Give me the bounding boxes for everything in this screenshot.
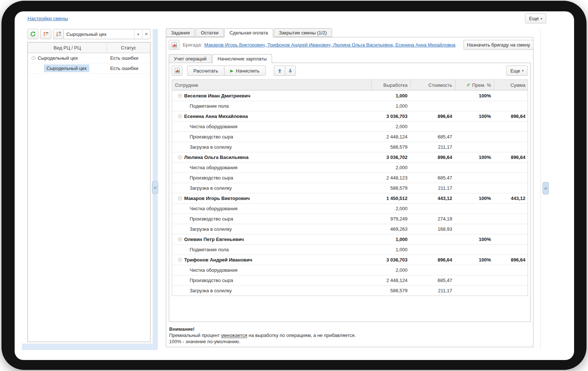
workcenter-combobox-value: Сыродельный цех	[64, 31, 134, 37]
cell-stoimost: 896,64	[410, 155, 455, 160]
cell-stoimost: 211,17	[410, 185, 455, 191]
shift-settings-link[interactable]: Настройки смены	[27, 16, 68, 21]
operation-row[interactable]: Загрузка в солилку586,579211,17	[172, 142, 528, 152]
warning-line1: Премиальный процент умножается на вырабо…	[169, 333, 356, 338]
operation-row[interactable]: Чистка оборудования2,000	[172, 121, 528, 131]
calculate-button[interactable]: Рассчитать	[187, 66, 224, 76]
col-sum: Сумма	[494, 80, 528, 90]
operation-row[interactable]: Подметание пола1,000	[172, 244, 528, 255]
chevron-left-icon: <	[544, 186, 547, 191]
expand-tree-button[interactable]	[53, 29, 64, 39]
tree-row[interactable]: −Сыродельный цехЕсть ошибки	[28, 53, 150, 63]
chevron-left-icon: <	[154, 185, 157, 190]
operation-row[interactable]: Производство сыра2 448,123685,47	[172, 172, 528, 183]
cell-stoimost: 211,17	[410, 144, 455, 150]
tab-active[interactable]: Сдельная оплата	[224, 28, 273, 37]
salary-table-header: Сотрудник Выработка Стоимость ✎Прем. % С…	[172, 80, 528, 90]
tree-row[interactable]: Сыродельный цехЕсть ошибки	[28, 63, 150, 74]
col-premium: ✎Прем. %	[455, 80, 494, 90]
cell-stoimost: 685,47	[410, 278, 455, 283]
workcenter-combobox[interactable]: Сыродельный цех ▾ ✕	[63, 29, 150, 39]
combobox-clear-button[interactable]: ✕	[142, 29, 150, 39]
chevron-down-icon: ▾	[137, 32, 139, 36]
brigade-report-button[interactable]	[169, 40, 179, 50]
app-window: Настройки смены Еще ▾	[15, 11, 574, 360]
chevron-down-icon: ▾	[522, 69, 524, 73]
combobox-dropdown-button[interactable]: ▾	[134, 29, 142, 39]
operation-row[interactable]: Загрузка в солилку586,579211,17	[172, 285, 528, 296]
employee-group-row[interactable]: −Веселков Иван Дмитриевич1,000100%	[172, 90, 528, 101]
employee-group-row[interactable]: −Трифонов Андрей Иванович3 036,703896,64…	[172, 255, 528, 265]
cell-stoimost: 443,12	[410, 196, 455, 201]
collapse-right-panel-button[interactable]: <	[543, 182, 549, 194]
cell-vyrabotka: 1,000	[371, 93, 410, 99]
tab-1[interactable]: Остатки	[196, 28, 223, 37]
arrow-up-icon	[278, 68, 282, 73]
refresh-icon	[30, 31, 36, 37]
operation-row[interactable]: Загрузка в солилку469,263168,93	[172, 224, 528, 234]
cell-prem: 100%	[455, 114, 494, 119]
collapse-node-icon[interactable]: −	[31, 56, 36, 60]
cell-prem: 100%	[455, 155, 494, 160]
window-more-button[interactable]: Еще ▾	[525, 14, 546, 23]
refresh-button[interactable]	[27, 29, 38, 39]
employee-group-row[interactable]: −Люлина Ольга Васильевна3 036,702896,641…	[172, 152, 528, 162]
right-splitter[interactable]	[540, 29, 541, 350]
operation-row[interactable]: Загрузка в солилку586,579211,17	[172, 183, 528, 193]
tree-row-status: Есть ошибки	[107, 66, 150, 71]
tree-row-name[interactable]: Сыродельный цех	[44, 64, 89, 72]
collapse-left-panel-button[interactable]: <	[152, 181, 158, 194]
operation-row[interactable]: Производство сыра979,249274,19	[172, 214, 528, 224]
employee-group-row[interactable]: −Есенина Анна Михайловна3 036,703896,641…	[172, 111, 528, 121]
collapse-group-icon[interactable]: −	[178, 237, 182, 241]
collapse-group-icon[interactable]: −	[178, 94, 182, 98]
cell-name: −Есенина Анна Михайловна	[172, 114, 371, 119]
operation-row[interactable]: Производство сыра2 448,124685,47	[172, 275, 528, 285]
tab-0[interactable]: Учет операций	[169, 54, 212, 63]
cell-stoimost: 896,64	[410, 257, 455, 263]
salary-toolbar: Рассчитать ▶Начислить Еще ▾	[172, 66, 528, 76]
collapse-group-icon[interactable]: −	[178, 196, 182, 200]
tab-active[interactable]: Начисление зарплаты	[212, 54, 272, 63]
cell-vyrabotka: 3 036,703	[371, 257, 410, 263]
collapse-group-icon[interactable]: −	[178, 155, 182, 159]
tab-3[interactable]: Закрытие смены (1/2)	[274, 28, 332, 37]
cell-vyrabotka: 2 448,124	[371, 134, 410, 140]
brigade-members-link[interactable]: Макаров Игорь Викторович, Трифонов Андре…	[204, 42, 455, 48]
tree-col-type: Вид РЦ / РЦ	[28, 42, 107, 53]
collapse-tree-button[interactable]	[40, 29, 51, 39]
cell-summa: 443,12	[494, 196, 528, 201]
move-down-button[interactable]	[285, 66, 296, 76]
employee-group-row[interactable]: −Олевин Петр Евгеньевич1,000100%	[172, 234, 528, 244]
tree-row-name[interactable]: Сыродельный цех	[38, 55, 78, 61]
employee-group-row[interactable]: −Макаров Игорь Викторович1 450,512443,12…	[172, 193, 528, 203]
tree-col-status: Статус	[107, 42, 150, 53]
cell-vyrabotka: 2 448,123	[371, 175, 410, 181]
play-icon: ▶	[230, 68, 233, 73]
salary-table-body: −Веселков Иван Дмитриевич1,000100%Подмет…	[172, 90, 528, 296]
operation-row[interactable]: Чистка оборудования2,000	[172, 265, 528, 275]
collapse-group-icon[interactable]: −	[178, 114, 182, 118]
cell-vyrabotka: 3 036,703	[371, 114, 410, 119]
accrue-button[interactable]: ▶Начислить	[224, 66, 266, 76]
tab-0[interactable]: Задания	[166, 28, 195, 37]
assign-brigade-button[interactable]: Назначить бригаду на смену	[464, 40, 533, 50]
salary-report-button[interactable]	[172, 66, 182, 76]
cell-prem: 100%	[455, 257, 494, 263]
move-up-button[interactable]	[274, 66, 285, 76]
cell-name: −Веселков Иван Дмитриевич	[172, 93, 371, 99]
cell-name: Производство сыра	[172, 134, 371, 140]
operation-row[interactable]: Чистка оборудования2,000	[172, 203, 528, 214]
collapse-group-icon[interactable]: −	[178, 258, 182, 262]
salary-more-button[interactable]: Еще ▾	[506, 66, 528, 76]
arrow-down-icon	[288, 68, 293, 73]
operation-row[interactable]: Чистка оборудования2,000	[172, 162, 528, 172]
operation-row[interactable]: Подметание пола1,000	[172, 101, 528, 111]
col-output: Выработка	[371, 80, 410, 90]
cell-vyrabotka: 1,000	[371, 237, 410, 242]
cell-name: Загрузка в солилку	[172, 226, 371, 232]
operation-row[interactable]: Производство сыра2 448,124685,47	[172, 131, 528, 142]
cell-summa: 896,64	[494, 257, 528, 263]
cell-name: Загрузка в солилку	[172, 144, 371, 150]
cell-vyrabotka: 2,000	[371, 165, 410, 170]
